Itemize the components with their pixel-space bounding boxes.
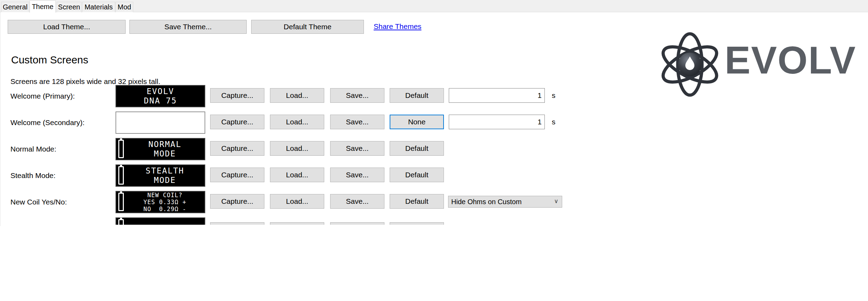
- welcome-secondary-load-button[interactable]: Load...: [270, 115, 324, 129]
- clipped-next-row: [0, 217, 591, 225]
- new-coil-default-button[interactable]: Default: [390, 194, 444, 209]
- new-coil-load-button[interactable]: Load...: [270, 194, 324, 209]
- escribe-theme-page: General Theme Screen Materials Mod Load …: [0, 0, 868, 301]
- welcome-primary-default-button[interactable]: Default: [390, 88, 444, 103]
- screen-line: DNA 75: [144, 96, 177, 106]
- screen-line: MODE: [154, 149, 176, 159]
- clipped-capture-button[interactable]: [210, 222, 264, 225]
- welcome-secondary-label: Welcome (Secondary):: [10, 118, 85, 127]
- welcome-primary-save-button[interactable]: Save...: [330, 88, 384, 103]
- default-theme-button[interactable]: Default Theme: [251, 20, 364, 34]
- welcome-primary-load-button[interactable]: Load...: [270, 88, 324, 103]
- tab-mod[interactable]: Mod: [116, 2, 133, 12]
- clipped-default-button[interactable]: [390, 222, 444, 225]
- normal-mode-screen-preview: NORMAL MODE: [116, 138, 205, 160]
- screen-line: YES 0.33Ω +: [143, 199, 186, 206]
- stealth-mode-save-button[interactable]: Save...: [330, 168, 384, 182]
- battery-icon: [118, 140, 124, 158]
- share-themes-link[interactable]: Share Themes: [374, 22, 421, 31]
- tab-materials[interactable]: Materials: [82, 2, 115, 12]
- seconds-unit-label: s: [552, 88, 556, 103]
- welcome-secondary-capture-button[interactable]: Capture...: [210, 115, 264, 129]
- welcome-secondary-duration-input[interactable]: [449, 115, 545, 129]
- screen-line: MODE: [154, 176, 176, 185]
- battery-icon: [118, 166, 124, 185]
- battery-icon: [118, 219, 124, 225]
- clipped-save-button[interactable]: [330, 222, 384, 225]
- normal-mode-label: Normal Mode:: [10, 145, 56, 154]
- tab-general[interactable]: General: [1, 2, 29, 12]
- screen-line: NORMAL: [148, 140, 181, 149]
- new-coil-save-button[interactable]: Save...: [330, 194, 384, 209]
- logo-wordmark: EVOLV: [725, 41, 856, 80]
- normal-mode-default-button[interactable]: Default: [390, 141, 444, 156]
- welcome-primary-capture-button[interactable]: Capture...: [210, 88, 264, 103]
- stealth-mode-label: Stealth Mode:: [10, 171, 56, 180]
- dropdown-value: Hide Ohms on Custom: [451, 198, 521, 206]
- new-coil-label: New Coil Yes/No:: [10, 198, 67, 207]
- stealth-mode-load-button[interactable]: Load...: [270, 168, 324, 182]
- welcome-primary-screen-preview: EVOLV DNA 75: [116, 85, 205, 107]
- stealth-mode-capture-button[interactable]: Capture...: [210, 168, 264, 182]
- welcome-secondary-none-button[interactable]: None: [390, 115, 444, 129]
- screens-size-note: Screens are 128 pixels wide and 32 pixel…: [10, 77, 160, 86]
- hide-ohms-dropdown[interactable]: Hide Ohms on Custom ∨: [448, 196, 562, 208]
- save-theme-button[interactable]: Save Theme...: [129, 20, 247, 34]
- clipped-screen-preview: [116, 217, 205, 225]
- tab-theme[interactable]: Theme: [30, 0, 56, 13]
- normal-mode-load-button[interactable]: Load...: [270, 141, 324, 156]
- chevron-down-icon: ∨: [554, 198, 558, 205]
- stealth-mode-default-button[interactable]: Default: [390, 168, 444, 182]
- screen-line: STEALTH: [146, 166, 184, 176]
- welcome-primary-label: Welcome (Primary):: [10, 92, 75, 101]
- screen-line: NEW COIL?: [147, 192, 182, 199]
- page-title: Custom Screens: [11, 54, 88, 66]
- load-theme-button[interactable]: Load Theme...: [8, 20, 126, 34]
- tab-screen[interactable]: Screen: [57, 2, 81, 12]
- tab-bar: General Theme Screen Materials Mod: [0, 0, 868, 12]
- new-coil-capture-button[interactable]: Capture...: [210, 194, 264, 209]
- clipped-load-button[interactable]: [270, 222, 324, 225]
- screen-line: EVOLV: [146, 87, 174, 96]
- welcome-secondary-screen-preview: [116, 111, 205, 134]
- battery-icon: [118, 193, 124, 211]
- content-left-border: [0, 12, 0, 226]
- stealth-mode-screen-preview: STEALTH MODE: [116, 164, 205, 187]
- welcome-primary-duration-input[interactable]: [449, 88, 545, 103]
- atom-icon: [661, 31, 719, 98]
- screen-line: NO 0.29Ω -: [143, 206, 186, 213]
- normal-mode-save-button[interactable]: Save...: [330, 141, 384, 156]
- normal-mode-capture-button[interactable]: Capture...: [210, 141, 264, 156]
- welcome-secondary-save-button[interactable]: Save...: [330, 115, 384, 129]
- seconds-unit-label: s: [552, 115, 556, 129]
- new-coil-screen-preview: NEW COIL? YES 0.33Ω + NO 0.29Ω -: [116, 191, 205, 213]
- evolv-logo: EVOLV: [661, 31, 861, 98]
